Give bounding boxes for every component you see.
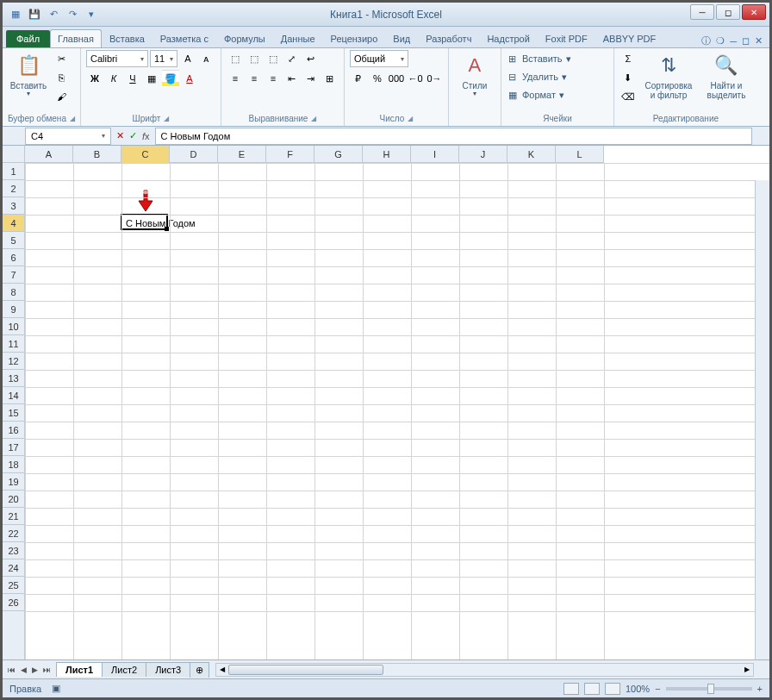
fx-icon[interactable]: fx — [142, 131, 150, 141]
col-header-d[interactable]: D — [170, 146, 218, 163]
col-header-i[interactable]: I — [411, 146, 459, 163]
align-left-icon[interactable]: ≡ — [227, 70, 244, 87]
row-header-3[interactable]: 3 — [3, 197, 24, 215]
tab-layout[interactable]: Разметка с — [153, 29, 216, 47]
minimize-button[interactable]: ─ — [690, 4, 714, 20]
font-size-select[interactable]: 11▾ — [150, 50, 177, 67]
increase-decimal-icon[interactable]: ←0 — [407, 70, 424, 87]
enter-edit-icon[interactable]: ✓ — [129, 130, 137, 141]
align-right-icon[interactable]: ≡ — [265, 70, 282, 87]
row-header-19[interactable]: 19 — [3, 473, 24, 491]
tab-foxit[interactable]: Foxit PDF — [538, 29, 595, 47]
save-icon[interactable]: 💾 — [27, 7, 42, 22]
col-header-h[interactable]: H — [363, 146, 411, 163]
decrease-indent-icon[interactable]: ⇤ — [283, 70, 301, 87]
tab-formulas[interactable]: Формулы — [216, 29, 273, 47]
font-launcher-icon[interactable]: ◢ — [164, 115, 169, 122]
row-header-25[interactable]: 25 — [3, 577, 24, 594]
row-header-21[interactable]: 21 — [3, 508, 24, 525]
vertical-scrollbar[interactable] — [755, 180, 769, 659]
ribbon-minimize-icon[interactable]: ⓘ — [701, 34, 711, 47]
file-tab[interactable]: Файл — [6, 30, 50, 47]
clear-icon[interactable]: ⌫ — [619, 88, 637, 105]
insert-cells-button[interactable]: ⊞Вставить ▾ — [507, 50, 608, 67]
zoom-level[interactable]: 100% — [626, 684, 650, 694]
row-header-1[interactable]: 1 — [3, 163, 24, 180]
align-center-icon[interactable]: ≡ — [246, 70, 263, 87]
increase-font-icon[interactable]: A — [179, 50, 196, 67]
qat-more-icon[interactable]: ▾ — [84, 7, 99, 22]
row-header-18[interactable]: 18 — [3, 456, 24, 473]
tab-nav-last-icon[interactable]: ⏭ — [41, 666, 53, 674]
copy-icon[interactable]: ⎘ — [53, 69, 70, 86]
row-header-9[interactable]: 9 — [3, 301, 24, 318]
align-bottom-icon[interactable]: ⬚ — [265, 50, 282, 67]
sheet-tab-3[interactable]: Лист3 — [146, 662, 190, 677]
row-header-4[interactable]: 4 — [3, 215, 24, 232]
row-header-7[interactable]: 7 — [3, 266, 24, 284]
number-launcher-icon[interactable]: ◢ — [408, 115, 413, 122]
find-select-button[interactable]: 🔍 Найти и выделить — [700, 50, 752, 102]
sheet-tab-1[interactable]: Лист1 — [56, 662, 103, 677]
page-layout-view-icon[interactable] — [584, 683, 600, 695]
merge-icon[interactable]: ⊞ — [321, 70, 339, 87]
row-header-11[interactable]: 11 — [3, 335, 24, 353]
col-header-f[interactable]: F — [266, 146, 314, 163]
row-header-14[interactable]: 14 — [3, 387, 24, 404]
row-headers[interactable]: 1234567891011121314151617181920212223242… — [3, 163, 25, 659]
wrap-text-icon[interactable]: ↩ — [302, 50, 320, 67]
help-icon[interactable]: ❍ — [716, 35, 725, 47]
alignment-launcher-icon[interactable]: ◢ — [311, 115, 316, 122]
tab-data[interactable]: Данные — [273, 29, 323, 47]
col-header-g[interactable]: G — [314, 146, 363, 163]
row-header-16[interactable]: 16 — [3, 422, 24, 439]
cell-c4-value[interactable]: С Новым Годом — [123, 216, 198, 230]
maximize-button[interactable]: ◻ — [716, 4, 740, 20]
col-header-l[interactable]: L — [556, 146, 604, 163]
row-header-2[interactable]: 2 — [3, 180, 24, 197]
delete-cells-button[interactable]: ⊟Удалить ▾ — [507, 68, 608, 85]
font-color-icon[interactable]: A — [181, 70, 198, 87]
paste-button[interactable]: 📋 Вставить ▾ — [8, 50, 49, 100]
row-header-15[interactable]: 15 — [3, 404, 24, 422]
select-all-corner[interactable] — [3, 146, 25, 163]
sort-filter-button[interactable]: ⇅ Сортировка и фильтр — [640, 50, 697, 102]
row-header-20[interactable]: 20 — [3, 491, 24, 508]
column-headers[interactable]: ABCDEFGHIJKL — [25, 146, 604, 163]
tab-nav-next-icon[interactable]: ▶ — [30, 666, 40, 674]
col-header-b[interactable]: B — [73, 146, 121, 163]
decrease-decimal-icon[interactable]: 0→ — [426, 70, 443, 87]
bold-button[interactable]: Ж — [86, 70, 103, 87]
zoom-out-icon[interactable]: − — [655, 684, 660, 694]
redo-icon[interactable]: ↷ — [65, 7, 80, 22]
tab-nav-prev-icon[interactable]: ◀ — [19, 666, 28, 674]
cancel-edit-icon[interactable]: ✕ — [116, 130, 124, 141]
doc-close-icon[interactable]: ✕ — [755, 35, 763, 47]
doc-minimize-icon[interactable]: ─ — [730, 36, 737, 47]
clipboard-launcher-icon[interactable]: ◢ — [70, 115, 75, 122]
tab-addins[interactable]: Надстрой — [479, 29, 537, 47]
tab-home[interactable]: Главная — [50, 29, 102, 47]
horizontal-scrollbar[interactable]: ◀ ▶ — [215, 663, 754, 677]
align-middle-icon[interactable]: ⬚ — [246, 50, 263, 67]
underline-button[interactable]: Ч — [124, 70, 141, 87]
name-box[interactable]: C4▾ — [25, 128, 111, 145]
number-format-select[interactable]: Общий▾ — [350, 50, 408, 67]
format-painter-icon[interactable]: 🖌 — [53, 88, 70, 105]
row-header-22[interactable]: 22 — [3, 525, 24, 542]
col-header-c[interactable]: C — [121, 146, 170, 163]
format-cells-button[interactable]: ▦Формат ▾ — [507, 86, 608, 103]
col-header-j[interactable]: J — [459, 146, 507, 163]
border-icon[interactable]: ▦ — [143, 70, 160, 87]
tab-abbyy[interactable]: ABBYY PDF — [595, 29, 664, 47]
hscroll-thumb[interactable] — [228, 665, 383, 675]
increase-indent-icon[interactable]: ⇥ — [302, 70, 320, 87]
cut-icon[interactable]: ✂ — [53, 50, 70, 67]
col-header-a[interactable]: A — [25, 146, 73, 163]
row-header-12[interactable]: 12 — [3, 353, 24, 370]
align-top-icon[interactable]: ⬚ — [227, 50, 244, 67]
col-header-e[interactable]: E — [218, 146, 266, 163]
italic-button[interactable]: К — [105, 70, 122, 87]
excel-icon[interactable]: ▦ — [8, 7, 23, 22]
zoom-in-icon[interactable]: + — [757, 684, 763, 694]
